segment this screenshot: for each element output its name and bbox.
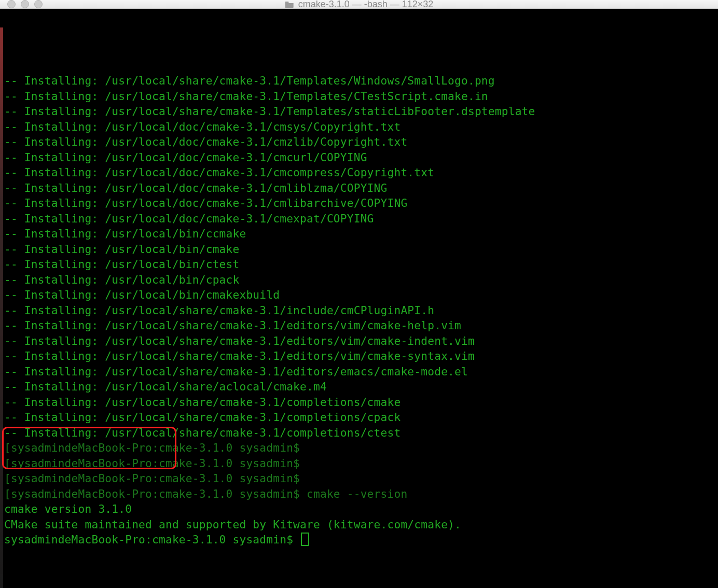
terminal-body[interactable]: -- Installing: /usr/local/share/cmake-3.… [0, 9, 718, 588]
install-line: -- Installing: /usr/local/share/cmake-3.… [4, 303, 718, 318]
window-title: cmake-3.1.0 — -bash — 112×32 [285, 0, 434, 10]
install-line: -- Installing: /usr/local/share/cmake-3.… [4, 318, 718, 333]
final-prompt-line: sysadmindeMacBook-Pro:cmake-3.1.0 sysadm… [4, 532, 718, 548]
install-line: -- Installing: /usr/local/doc/cmake-3.1/… [4, 150, 718, 165]
terminal-window: cmake-3.1.0 — -bash — 112×32 -- Installi… [0, 0, 718, 588]
window-title-text: cmake-3.1.0 — -bash — 112×32 [298, 0, 434, 10]
install-line: -- Installing: /usr/local/share/cmake-3.… [4, 395, 718, 410]
install-line: -- Installing: /usr/local/doc/cmake-3.1/… [4, 134, 718, 150]
folder-icon [285, 1, 294, 8]
cursor [301, 533, 309, 546]
install-line: -- Installing: /usr/local/bin/ctest [4, 257, 718, 272]
install-line: -- Installing: /usr/local/share/cmake-3.… [4, 410, 718, 425]
zoom-dot[interactable] [34, 0, 43, 8]
install-line: -- Installing: /usr/local/share/cmake-3.… [4, 364, 718, 380]
prompt-line: [sysadmindeMacBook-Pro:cmake-3.1.0 sysad… [4, 471, 718, 486]
install-line: -- Installing: /usr/local/share/aclocal/… [4, 379, 718, 395]
install-line: -- Installing: /usr/local/doc/cmake-3.1/… [4, 119, 718, 135]
install-line: -- Installing: /usr/local/bin/ccmake [4, 226, 718, 242]
minimize-dot[interactable] [21, 0, 29, 8]
install-line: -- Installing: /usr/local/doc/cmake-3.1/… [4, 211, 718, 227]
install-line: -- Installing: /usr/local/share/cmake-3.… [4, 333, 718, 349]
install-line: -- Installing: /usr/local/doc/cmake-3.1/… [4, 165, 718, 180]
install-line: -- Installing: /usr/local/share/cmake-3.… [4, 348, 718, 364]
prompt-line: [sysadmindeMacBook-Pro:cmake-3.1.0 sysad… [4, 440, 718, 456]
install-line: -- Installing: /usr/local/doc/cmake-3.1/… [4, 195, 718, 211]
install-line: -- Installing: /usr/local/share/cmake-3.… [4, 104, 718, 119]
suite-line: CMake suite maintained and supported by … [4, 517, 718, 533]
traffic-lights [0, 0, 43, 8]
left-edge-decoration [0, 27, 3, 588]
install-line: -- Installing: /usr/local/bin/cmake [4, 242, 718, 257]
close-dot[interactable] [7, 0, 16, 8]
install-line: -- Installing: /usr/local/bin/cpack [4, 272, 718, 288]
titlebar[interactable]: cmake-3.1.0 — -bash — 112×32 [0, 0, 718, 9]
command-line: [sysadmindeMacBook-Pro:cmake-3.1.0 sysad… [4, 486, 718, 502]
version-line: cmake version 3.1.0 [4, 501, 718, 517]
prompt-line: [sysadmindeMacBook-Pro:cmake-3.1.0 sysad… [4, 456, 718, 471]
install-line: -- Installing: /usr/local/share/cmake-3.… [4, 89, 718, 104]
install-line: -- Installing: /usr/local/share/cmake-3.… [4, 73, 718, 89]
install-line: -- Installing: /usr/local/share/cmake-3.… [4, 425, 718, 441]
install-line: -- Installing: /usr/local/doc/cmake-3.1/… [4, 180, 718, 196]
install-line: -- Installing: /usr/local/bin/cmakexbuil… [4, 287, 718, 303]
